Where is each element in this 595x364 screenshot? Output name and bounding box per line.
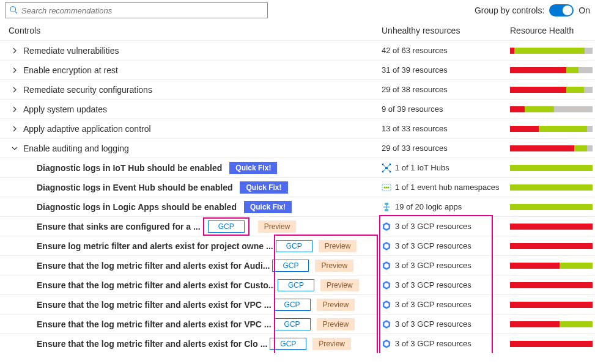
- svg-line-9: [383, 169, 385, 171]
- control-row[interactable]: Apply adaptive application control 13 of…: [0, 118, 595, 138]
- gcp-badge: GCP: [272, 260, 309, 272]
- svg-line-10: [388, 169, 390, 171]
- gcp-icon: [382, 222, 391, 231]
- recommendation-row[interactable]: Ensure that the log metric filter and al…: [0, 275, 595, 294]
- gcp-icon: [382, 280, 391, 290]
- unhealthy-count: 13 of 33 resources: [382, 124, 448, 133]
- control-label: Apply system updates: [23, 104, 107, 114]
- unhealthy-count: 29 of 38 resources: [382, 85, 448, 94]
- recommendation-row[interactable]: Ensure log metric filter and alerts exis…: [0, 236, 595, 255]
- health-bar: [510, 224, 593, 230]
- gcp-badge: GCP: [274, 299, 311, 311]
- resource-count: 1 of 1 IoT Hubs: [395, 163, 449, 172]
- recommendation-label: Ensure that the log metric filter and al…: [37, 280, 275, 290]
- gcp-icon: [382, 241, 391, 251]
- recommendation-row[interactable]: Ensure that the log metric filter and al…: [0, 333, 595, 353]
- gcp-badge-group: GCPPreview: [270, 338, 351, 350]
- unhealthy-count: 29 of 33 resources: [382, 144, 448, 153]
- recommendation-label: Ensure that the log metric filter and al…: [37, 300, 272, 310]
- quickfix-badge[interactable]: Quick Fix!: [244, 201, 292, 213]
- recommendation-row[interactable]: Ensure that the log metric filter and al…: [0, 314, 595, 333]
- unhealthy-count: 9 of 39 resources: [382, 104, 443, 114]
- gcp-badge-group: GCPPreview: [274, 299, 355, 311]
- recommendation-row[interactable]: Ensure that the log metric filter and al…: [0, 255, 595, 275]
- control-row[interactable]: Enable encryption at rest 31 of 39 resou…: [0, 60, 595, 79]
- health-bar: [510, 145, 593, 151]
- header-health[interactable]: Resource Health: [510, 26, 586, 35]
- svg-point-14: [388, 186, 390, 188]
- health-bar: [510, 165, 593, 171]
- resource-count: 3 of 3 GCP resources: [395, 222, 471, 231]
- svg-rect-16: [385, 209, 388, 211]
- svg-rect-15: [385, 203, 388, 205]
- control-label: Enable auditing and logging: [23, 144, 129, 153]
- health-bar: [510, 184, 593, 191]
- groupby-state: On: [578, 5, 590, 15]
- health-bar: [510, 204, 593, 210]
- header-controls[interactable]: Controls: [9, 26, 382, 35]
- chevron-right-icon[interactable]: [9, 87, 21, 93]
- resource-count: 3 of 3 GCP resources: [395, 280, 471, 289]
- unhealthy-count: 42 of 63 resources: [382, 46, 448, 55]
- resource-count: 3 of 3 GCP resources: [395, 339, 471, 348]
- control-label: Enable encryption at rest: [23, 65, 118, 75]
- svg-line-8: [388, 165, 390, 167]
- resource-count: 3 of 3 GCP resources: [395, 261, 471, 270]
- recommendation-label: Diagnostic logs in IoT Hub should be ena…: [37, 163, 222, 173]
- preview-badge: Preview: [258, 220, 297, 233]
- gcp-badge-group: GCPPreview: [272, 260, 353, 272]
- control-row[interactable]: Remediate security configurations 29 of …: [0, 79, 595, 99]
- gcp-icon: [382, 261, 391, 271]
- preview-badge: Preview: [312, 338, 351, 350]
- control-row[interactable]: Remediate vulnerabilities 42 of 63 resou…: [0, 40, 595, 60]
- unhealthy-count: 31 of 39 resources: [382, 65, 448, 75]
- groupby-label: Group by controls:: [475, 5, 544, 15]
- groupby-toggle[interactable]: [549, 4, 574, 16]
- control-row[interactable]: Apply system updates 9 of 39 resources: [0, 99, 595, 118]
- preview-badge: Preview: [317, 318, 355, 330]
- quickfix-badge[interactable]: Quick Fix!: [240, 181, 287, 194]
- gcp-badge-group: GCPPreview: [276, 240, 357, 252]
- resource-count: 3 of 3 GCP resources: [395, 241, 471, 250]
- resource-count: 1 of 1 event hub namespaces: [395, 183, 500, 192]
- preview-badge: Preview: [320, 279, 359, 291]
- gcp-badge: GCP: [270, 338, 306, 350]
- quickfix-badge[interactable]: Quick Fix!: [229, 162, 277, 174]
- resource-count: 19 of 20 logic apps: [395, 202, 462, 211]
- health-bar: [510, 48, 593, 54]
- gcp-icon: [382, 339, 391, 349]
- chevron-right-icon[interactable]: [9, 48, 21, 54]
- logic-app-icon: [382, 202, 391, 212]
- chevron-right-icon[interactable]: [9, 126, 21, 132]
- health-bar: [510, 126, 593, 132]
- column-headers: Controls Unhealthy resources Resource He…: [0, 22, 595, 40]
- recommendation-row[interactable]: Ensure that sinks are configured for a .…: [0, 216, 595, 236]
- iot-hub-icon: [382, 163, 391, 173]
- gcp-badge: GCP: [274, 318, 311, 330]
- chevron-down-icon[interactable]: [9, 145, 21, 151]
- recommendation-row[interactable]: Diagnostic logs in Logic Apps should be …: [0, 197, 595, 216]
- header-unhealthy[interactable]: Unhealthy resources: [382, 26, 510, 35]
- recommendation-row[interactable]: Ensure that the log metric filter and al…: [0, 294, 595, 314]
- recommendation-label: Ensure that the log metric filter and al…: [37, 339, 267, 349]
- recommendation-row[interactable]: Diagnostic logs in IoT Hub should be ena…: [0, 158, 595, 177]
- event-hub-icon: [382, 183, 391, 192]
- resource-count: 3 of 3 GCP resources: [395, 300, 471, 309]
- health-bar: [510, 321, 593, 327]
- preview-badge: Preview: [319, 240, 357, 252]
- search-input[interactable]: [21, 6, 264, 15]
- resource-count: 3 of 3 GCP resources: [395, 319, 471, 329]
- chevron-right-icon[interactable]: [9, 106, 21, 112]
- control-row[interactable]: Enable auditing and logging 29 of 33 res…: [0, 138, 595, 158]
- control-label: Remediate vulnerabilities: [23, 46, 119, 56]
- recommendation-row[interactable]: Diagnostic logs in Event Hub should be e…: [0, 177, 595, 197]
- gcp-icon: [382, 300, 391, 310]
- health-bar: [510, 87, 593, 93]
- recommendation-label: Diagnostic logs in Logic Apps should be …: [37, 202, 237, 212]
- gcp-badge-group: GCPPreview: [278, 279, 359, 291]
- search-box[interactable]: [5, 2, 268, 18]
- gcp-badge: GCP: [278, 279, 314, 291]
- gcp-badge-group: GCPPreview: [274, 318, 355, 330]
- recommendation-label: Ensure that sinks are configured for a .…: [37, 222, 201, 231]
- chevron-right-icon[interactable]: [9, 67, 21, 73]
